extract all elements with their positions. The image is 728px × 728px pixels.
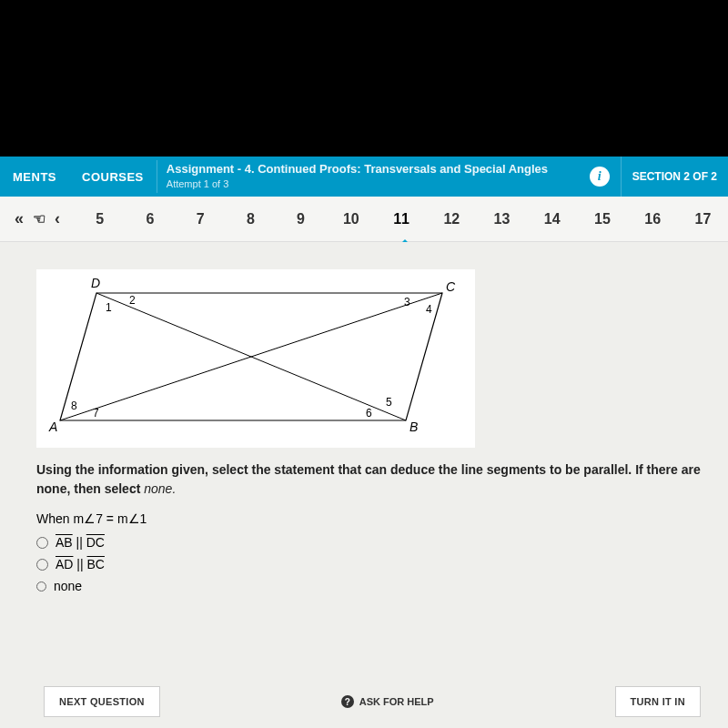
qnum-14[interactable]: 14 [527, 211, 577, 228]
question-mark-icon: ? [341, 695, 354, 708]
angle-2: 2 [129, 294, 136, 307]
label-A: A [48, 420, 57, 434]
radio-icon [36, 581, 46, 592]
angle-8: 8 [71, 399, 77, 412]
section-indicator: SECTION 2 OF 2 [621, 157, 728, 197]
angle-4: 4 [426, 303, 432, 316]
nav-courses[interactable]: COURSES [69, 170, 157, 184]
angle-1: 1 [106, 301, 112, 314]
info-icon[interactable]: i [590, 167, 610, 187]
qnum-15[interactable]: 15 [577, 211, 627, 228]
ask-help-link[interactable]: ? ASK FOR HELP [341, 695, 434, 708]
qnum-7[interactable]: 7 [175, 211, 225, 228]
assignment-title: Assignment - 4. Continued Proofs: Transv… [167, 162, 570, 177]
chevron-left-icon[interactable]: ‹ [55, 209, 60, 228]
assignment-info: Assignment - 4. Continued Proofs: Transv… [157, 160, 579, 192]
hand-pointer-icon[interactable]: ☜ [33, 210, 46, 228]
qnum-5[interactable]: 5 [75, 211, 125, 228]
qnum-17[interactable]: 17 [678, 211, 728, 228]
label-D: D [91, 276, 100, 290]
parallelogram-svg: D C A B 1 2 3 4 5 6 7 8 [42, 275, 470, 439]
qnum-13[interactable]: 13 [477, 211, 527, 228]
top-nav-bar: MENTS COURSES Assignment - 4. Continued … [0, 157, 728, 197]
geometry-diagram: D C A B 1 2 3 4 5 6 7 8 [36, 269, 475, 448]
assignment-attempt: Attempt 1 of 3 [167, 177, 570, 190]
turn-it-in-button[interactable]: TURN IT IN [615, 686, 701, 717]
given-condition: When m∠7 = m∠1 [36, 511, 701, 526]
qnav-prev-group: « ☜ ‹ [0, 209, 75, 228]
option-ad-bc[interactable]: AD || BC [36, 557, 701, 571]
qnum-6[interactable]: 6 [125, 211, 175, 228]
radio-icon [36, 559, 48, 571]
qnum-16[interactable]: 16 [628, 211, 678, 228]
angle-7: 7 [93, 407, 99, 420]
question-content: D C A B 1 2 3 4 5 6 7 8 Using the inform… [0, 242, 728, 728]
qnum-9[interactable]: 9 [276, 211, 326, 228]
question-nav: « ☜ ‹ 5 6 7 8 9 10 11 12 13 14 15 16 17 [0, 197, 728, 242]
answer-options: AB || DC AD || BC none [36, 535, 701, 593]
bottom-actions: NEXT QUESTION ? ASK FOR HELP TURN IT IN [0, 686, 728, 717]
angle-6: 6 [366, 407, 372, 420]
angle-3: 3 [404, 296, 410, 308]
nav-assignments[interactable]: MENTS [0, 170, 69, 184]
qnum-12[interactable]: 12 [427, 211, 477, 228]
svg-line-2 [96, 293, 406, 420]
qnum-11[interactable]: 11 [376, 211, 426, 228]
double-chevron-left-icon[interactable]: « [15, 209, 24, 228]
radio-icon [36, 537, 48, 549]
question-prompt: Using the information given, select the … [36, 460, 701, 499]
qnum-10[interactable]: 10 [326, 211, 376, 228]
top-black-area [0, 0, 728, 157]
qnum-8[interactable]: 8 [226, 211, 276, 228]
label-C: C [446, 279, 456, 294]
next-question-button[interactable]: NEXT QUESTION [44, 686, 160, 717]
label-B: B [410, 420, 418, 434]
option-ab-dc[interactable]: AB || DC [36, 535, 701, 550]
angle-5: 5 [386, 396, 392, 409]
option-none[interactable]: none [36, 579, 701, 593]
